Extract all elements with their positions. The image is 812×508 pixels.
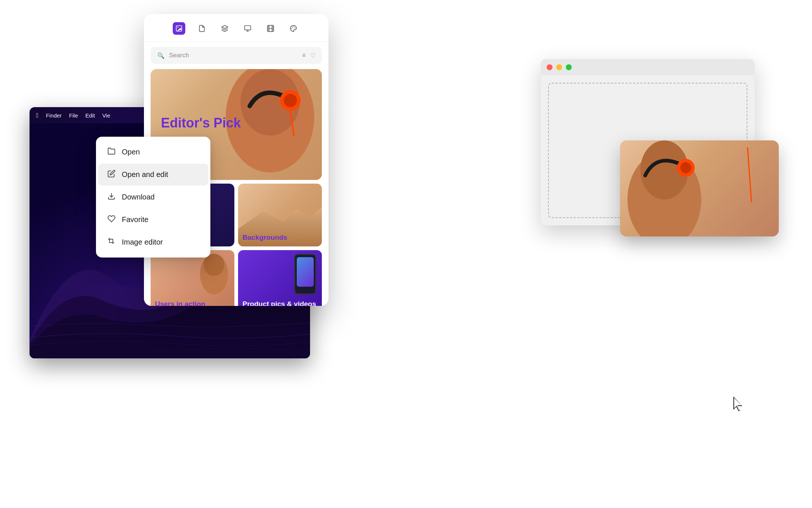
open-and-edit-label: Open and edit — [122, 170, 168, 179]
search-controls: ≡ ♡ — [302, 52, 315, 59]
finder-menu-item[interactable]: Finder — [46, 112, 62, 119]
svg-point-29 — [680, 162, 691, 173]
favorite-label: Favorite — [122, 215, 148, 224]
photos-tab[interactable] — [173, 22, 185, 35]
svg-point-17 — [292, 27, 293, 27]
download-label: Download — [122, 193, 155, 201]
floating-image-card — [620, 140, 779, 236]
layers-tab[interactable] — [219, 22, 231, 35]
download-icon — [107, 192, 116, 202]
image-editor-menu-item[interactable]: Image editor — [98, 231, 208, 253]
open-menu-item[interactable]: Open — [98, 141, 208, 163]
backgrounds-card[interactable]: Backgrounds — [238, 184, 322, 246]
backgrounds-label: Backgrounds — [242, 233, 287, 242]
svg-point-22 — [284, 94, 297, 107]
mouse-cursor — [732, 396, 744, 412]
search-placeholder: Search — [169, 52, 189, 59]
close-window-button[interactable] — [547, 64, 553, 70]
heart-icon — [107, 215, 116, 225]
favorite-menu-item[interactable]: Favorite — [98, 209, 208, 231]
product-pics-label: Product pics & videos — [242, 300, 316, 306]
folder-icon — [107, 147, 116, 157]
maximize-window-button[interactable] — [566, 64, 572, 70]
users-in-action-label: Users in action — [155, 300, 205, 306]
crop-icon — [107, 237, 116, 247]
image-editor-label: Image editor — [122, 238, 163, 246]
film-tab[interactable] — [264, 22, 277, 35]
document-tab[interactable] — [196, 22, 208, 35]
product-pics-card[interactable]: Product pics & videos — [238, 250, 322, 306]
minimize-window-button[interactable] — [556, 64, 562, 70]
svg-point-15 — [294, 27, 294, 27]
svg-rect-4 — [245, 26, 251, 30]
search-icon: 🔍 — [157, 52, 165, 59]
palette-tab[interactable] — [287, 22, 300, 35]
svg-point-16 — [295, 28, 295, 28]
context-menu: Open Open and edit Download Favorite Ima… — [96, 137, 210, 258]
file-menu-item[interactable]: File — [69, 112, 78, 119]
open-and-edit-menu-item[interactable]: Open and edit — [98, 164, 208, 185]
apple-logo-icon:  — [36, 112, 39, 119]
pencil-icon — [107, 170, 116, 180]
search-bar[interactable]: 🔍 Search ≡ ♡ — [151, 47, 322, 64]
edit-menu-item[interactable]: Edit — [85, 112, 95, 119]
editors-pick-label: Editor's Pick — [161, 115, 241, 131]
svg-marker-3 — [222, 25, 228, 28]
open-label: Open — [122, 148, 140, 156]
panel-toolbar — [144, 14, 328, 42]
svg-point-24 — [204, 254, 224, 276]
phone-mockup — [294, 254, 316, 294]
svg-point-2 — [178, 27, 179, 28]
filter-button[interactable]: ≡ — [302, 52, 306, 59]
users-in-action-card[interactable]: Users in action — [151, 250, 234, 306]
media-row-2: Users in action Product pics & videos — [151, 250, 322, 306]
presentation-tab[interactable] — [241, 22, 254, 35]
favorites-button[interactable]: ♡ — [310, 52, 315, 59]
svg-point-18 — [292, 28, 292, 29]
mac-titlebar — [541, 59, 755, 75]
download-menu-item[interactable]: Download — [98, 186, 208, 208]
view-menu-item[interactable]: Vie — [102, 112, 110, 119]
